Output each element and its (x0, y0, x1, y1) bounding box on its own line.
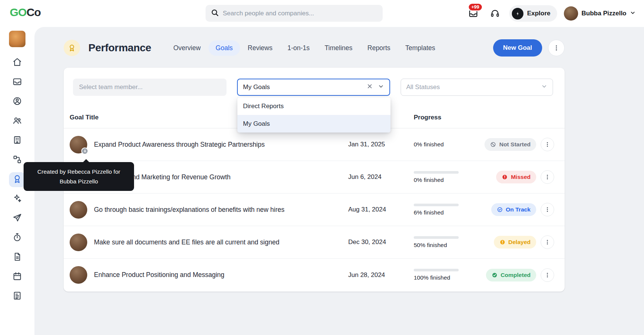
user-name: Bubba Pizzello (581, 10, 626, 17)
goal-scope-value: My Goals (243, 83, 367, 91)
logo-go-text: GO (10, 6, 27, 19)
created-by-badge[interactable] (81, 147, 88, 155)
calendar-icon (12, 271, 22, 283)
goal-owner-avatar (70, 266, 87, 284)
performance-tabs: Overview Goals Reviews 1-on-1s Timelines… (166, 40, 442, 56)
goal-owner-avatar (70, 136, 87, 153)
tab-goals[interactable]: Goals (209, 40, 240, 56)
goal-title: Make sure all documents and EE files are… (94, 238, 279, 246)
new-goal-button[interactable]: New Goal (493, 39, 542, 57)
team-member-filter-input[interactable] (73, 79, 227, 96)
sidebar-item-home[interactable] (9, 55, 25, 70)
goal-due-date: Aug 31, 2024 (348, 206, 414, 213)
inbox-button[interactable]: +99 (466, 6, 481, 21)
sidebar-item-ai-magic[interactable] (9, 192, 25, 207)
progress-text: 0% finished (414, 141, 494, 148)
award-icon (12, 174, 22, 185)
progress-bar (414, 204, 459, 206)
status-badge: On Track (491, 203, 536, 216)
topbar: GOCo +99 Explore Bubba Pizzello (0, 0, 644, 27)
goals-card: My Goals Direct Reports My (64, 68, 565, 292)
row-menu-button[interactable] (541, 235, 554, 249)
sidebar-item-calendar[interactable] (9, 269, 25, 284)
goal-progress: 100% finished (414, 269, 494, 281)
inbox-count-badge: +99 (468, 3, 483, 11)
row-menu-button[interactable] (541, 138, 554, 151)
building-icon (12, 135, 22, 146)
chevron-down-icon (630, 10, 636, 17)
progress-bar (414, 269, 459, 271)
user-menu[interactable]: Bubba Pizzello (564, 6, 636, 21)
chevron-down-icon[interactable] (378, 83, 384, 91)
goal-owner-avatar (70, 234, 87, 251)
performance-award-icon (64, 40, 80, 56)
goal-row[interactable]: Enhance Product Positioning and Messagin… (64, 259, 565, 291)
search-icon (211, 9, 219, 18)
tab-1-on-1s[interactable]: 1-on-1s (280, 40, 317, 56)
tab-timelines[interactable]: Timelines (318, 40, 359, 56)
goal-scope-select[interactable]: My Goals Direct Reports My (237, 79, 390, 96)
goal-row[interactable]: Go through basic trainings/explanations … (64, 194, 565, 226)
sidebar-item-payroll[interactable] (9, 289, 25, 304)
sidebar-item-inbox[interactable] (9, 75, 25, 90)
page-overflow-menu-button[interactable] (548, 40, 565, 56)
option-my-goals[interactable]: My Goals (237, 115, 391, 133)
global-search[interactable] (206, 5, 383, 22)
goal-progress: 6% finished (414, 204, 494, 216)
payroll-icon (12, 291, 22, 302)
progress-bar (414, 171, 459, 174)
sidebar-item-company[interactable] (9, 133, 25, 148)
tab-overview[interactable]: Overview (166, 40, 208, 56)
explore-icon (512, 8, 523, 19)
goal-due-date: Dec 30, 2024 (348, 238, 414, 246)
airplane-icon (12, 213, 22, 224)
sidebar-item-performance[interactable] (9, 172, 25, 187)
status-badge: Completed (486, 269, 536, 281)
tab-reports[interactable]: Reports (360, 40, 397, 56)
option-direct-reports[interactable]: Direct Reports (237, 97, 391, 115)
people-icon (12, 116, 22, 127)
col-progress: Progress (414, 114, 494, 121)
stopwatch-icon (12, 232, 22, 244)
goal-progress: 0% finished (414, 141, 494, 148)
goal-row[interactable]: Align Sales and Marketing for Revenue Gr… (64, 161, 565, 194)
status-filter-select[interactable]: All Statuses (401, 79, 553, 96)
clear-filter-icon[interactable] (367, 83, 373, 91)
goal-row[interactable]: Make sure all documents and EE files are… (64, 226, 565, 259)
status-badge: Delayed (494, 236, 536, 249)
goal-row[interactable]: Expand Product Awareness through Strateg… (64, 128, 565, 161)
help-headphones-button[interactable] (487, 6, 502, 21)
user-avatar (564, 6, 578, 21)
sidebar-item-team[interactable] (9, 114, 25, 129)
row-menu-button[interactable] (541, 170, 554, 184)
goal-due-date: Jun 28, 2024 (348, 271, 414, 279)
goals-filters: My Goals Direct Reports My (73, 79, 553, 96)
progress-text: 100% finished (414, 274, 494, 281)
progress-bar (414, 236, 459, 239)
created-by-tooltip: Created by Rebecca Pizzello for Bubba Pi… (24, 162, 134, 191)
sidebar-profile-avatar[interactable] (9, 31, 25, 47)
sidebar-item-workflows[interactable] (9, 153, 25, 168)
tab-templates[interactable]: Templates (398, 40, 443, 56)
chevron-down-icon (541, 83, 547, 91)
goal-scope-dropdown: Direct Reports My Goals (237, 97, 391, 133)
row-menu-button[interactable] (541, 268, 554, 282)
sparkles-icon (12, 194, 22, 205)
goco-logo[interactable]: GOCo (10, 6, 41, 19)
sidebar-item-time-tracking[interactable] (9, 231, 25, 246)
row-menu-button[interactable] (541, 203, 554, 216)
logo-co-text: Co (27, 6, 41, 19)
page-title: Performance (88, 42, 151, 54)
search-input[interactable] (223, 10, 377, 17)
tab-reviews[interactable]: Reviews (241, 40, 280, 56)
user-circle-icon (12, 96, 22, 107)
progress-text: 6% finished (414, 209, 494, 216)
status-filter-value: All Statuses (406, 83, 541, 91)
sidebar-item-documents[interactable] (9, 250, 25, 265)
tooltip-line1: Created by Rebecca Pizzello for (30, 167, 128, 177)
goal-progress: 50% finished (414, 236, 494, 249)
progress-text: 0% finished (414, 177, 494, 183)
sidebar-item-profile[interactable] (9, 94, 25, 109)
explore-button[interactable]: Explore (509, 5, 557, 22)
sidebar-item-time-off[interactable] (9, 211, 25, 226)
